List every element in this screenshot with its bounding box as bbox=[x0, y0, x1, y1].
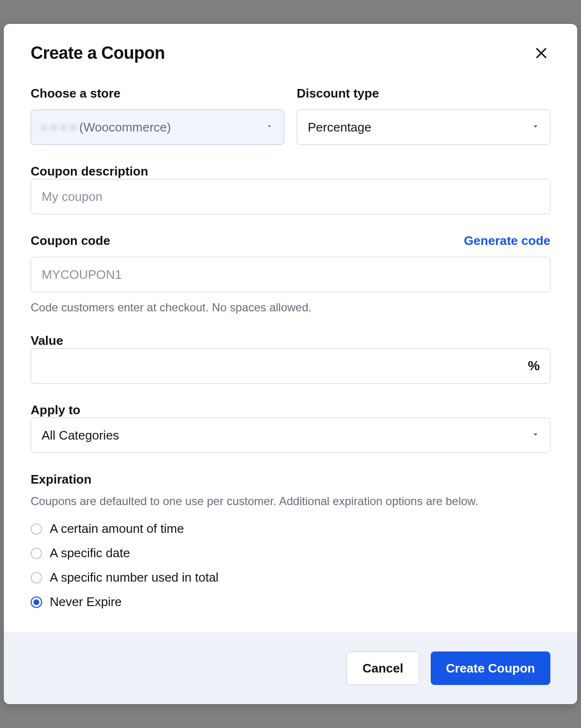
discount-type-value: Percentage bbox=[308, 120, 371, 135]
expiration-radio-group: A certain amount of timeA specific dateA… bbox=[31, 521, 550, 609]
expiration-section: Expiration Coupons are defaulted to one … bbox=[31, 472, 550, 609]
apply-to-value: All Categories bbox=[42, 428, 119, 443]
description-field: Coupon description bbox=[31, 164, 550, 214]
radio-icon bbox=[31, 548, 42, 559]
expiration-desc: Coupons are defaulted to one use per cus… bbox=[31, 495, 550, 508]
radio-icon bbox=[31, 572, 42, 584]
apply-to-label: Apply to bbox=[31, 403, 80, 417]
radio-icon bbox=[31, 596, 42, 608]
modal-header: Create a Coupon bbox=[31, 43, 550, 63]
create-coupon-modal: Create a Coupon Choose a store ▪ ▪ ▪ ▪ (… bbox=[4, 24, 577, 704]
apply-to-select[interactable]: All Categories bbox=[31, 418, 550, 453]
store-name-redacted: ▪ ▪ ▪ ▪ bbox=[42, 120, 77, 135]
close-icon bbox=[534, 46, 548, 60]
store-suffix: (Woocommerce) bbox=[79, 120, 171, 135]
modal-body: Create a Coupon Choose a store ▪ ▪ ▪ ▪ (… bbox=[4, 24, 577, 632]
generate-code-link[interactable]: Generate code bbox=[464, 233, 550, 248]
description-label: Coupon description bbox=[31, 164, 148, 178]
store-label: Choose a store bbox=[31, 86, 284, 101]
value-field: Value % bbox=[31, 333, 550, 384]
code-field: Coupon code Generate code Code customers… bbox=[31, 233, 550, 314]
radio-label: A specific number used in total bbox=[50, 570, 219, 585]
expiration-radio-item[interactable]: A specific date bbox=[31, 546, 550, 561]
discount-type-field: Discount type Percentage bbox=[297, 86, 550, 145]
store-select[interactable]: ▪ ▪ ▪ ▪ (Woocommerce) bbox=[31, 110, 284, 145]
expiration-radio-item[interactable]: A specific number used in total bbox=[31, 570, 550, 585]
code-label: Coupon code bbox=[31, 233, 110, 248]
expiration-label: Expiration bbox=[31, 472, 550, 487]
radio-icon bbox=[31, 523, 42, 535]
store-field: Choose a store ▪ ▪ ▪ ▪ (Woocommerce) bbox=[31, 86, 284, 145]
discount-type-label: Discount type bbox=[297, 86, 550, 101]
cancel-button[interactable]: Cancel bbox=[346, 651, 419, 685]
apply-to-field: Apply to All Categories bbox=[31, 403, 550, 453]
create-coupon-button[interactable]: Create Coupon bbox=[431, 651, 550, 685]
radio-label: Never Expire bbox=[50, 595, 122, 609]
expiration-radio-item[interactable]: Never Expire bbox=[31, 595, 550, 609]
modal-title: Create a Coupon bbox=[31, 43, 165, 63]
close-button[interactable] bbox=[532, 44, 550, 62]
code-input[interactable] bbox=[31, 257, 550, 292]
radio-label: A certain amount of time bbox=[50, 521, 184, 536]
expiration-radio-item[interactable]: A certain amount of time bbox=[31, 521, 550, 536]
radio-label: A specific date bbox=[50, 546, 130, 561]
modal-footer: Cancel Create Coupon bbox=[4, 632, 577, 704]
value-label: Value bbox=[31, 333, 63, 348]
description-input[interactable] bbox=[31, 179, 550, 214]
discount-type-select[interactable]: Percentage bbox=[297, 110, 550, 145]
value-input[interactable] bbox=[31, 348, 550, 384]
code-helper: Code customers enter at checkout. No spa… bbox=[31, 301, 550, 314]
